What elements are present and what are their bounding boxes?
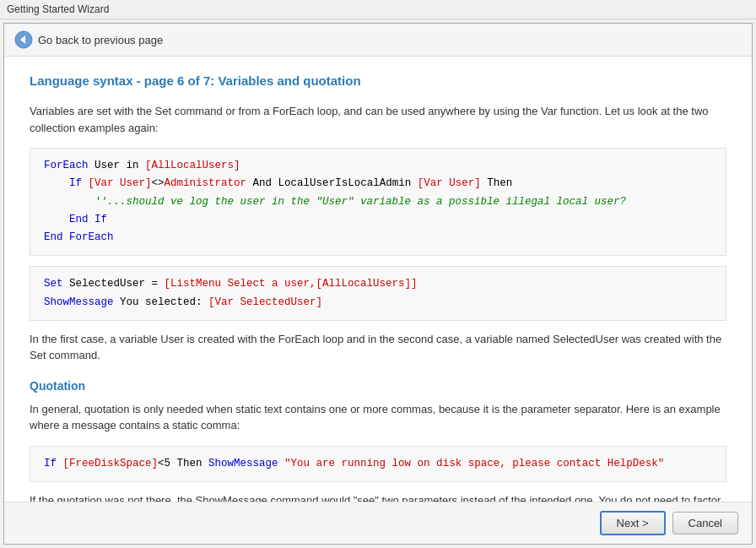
code-keyword-foreach: ForEach — [44, 160, 89, 171]
back-icon — [14, 30, 33, 49]
page-title: Language syntax - page 6 of 7: Variables… — [30, 73, 726, 88]
code-collection-1: [AllLocalUsers] — [145, 160, 240, 171]
code-set-text: SelectedUser = — [63, 278, 165, 290]
code-text-3: <> — [152, 177, 165, 189]
code-endif: End If — [44, 214, 107, 225]
quotation-para-1: In general, quotation is only needed whe… — [30, 401, 726, 434]
middle-paragraph: In the first case, a variable User is cr… — [30, 331, 726, 364]
next-button[interactable]: Next > — [600, 511, 666, 535]
code-var-user2: [Var User] — [418, 177, 481, 189]
intro-paragraph: Variables are set with the Set command o… — [30, 103, 726, 136]
code-var-user: [Var User] — [89, 177, 152, 189]
code-block-3: If [FreeDiskSpace]<5 Then ShowMessage "Y… — [30, 446, 726, 482]
next-label: Next > — [617, 517, 649, 529]
cancel-button[interactable]: Cancel — [672, 512, 738, 534]
cancel-label: Cancel — [688, 517, 722, 529]
quotation-title: Quotation — [30, 379, 726, 393]
content-area: Language syntax - page 6 of 7: Variables… — [4, 57, 752, 502]
code-text-2 — [82, 177, 89, 189]
code-freedisk-var: [FreeDiskSpace] — [63, 458, 159, 469]
code-block-2: Set SelectedUser = [ListMenu Select a us… — [30, 266, 726, 321]
footer-bar: Next > Cancel — [4, 502, 752, 544]
code-if-keyword: If — [44, 458, 57, 469]
back-bar: Go back to previous page — [4, 24, 752, 57]
code-collection-admin: Administrator — [165, 177, 247, 189]
back-button-label: Go back to previous page — [38, 34, 163, 46]
title-bar-label: Getting Started Wizard — [7, 3, 109, 15]
code-comment-1: ''...should ve log the user in the "User… — [44, 196, 626, 208]
wizard-container: Go back to previous page Language syntax… — [3, 23, 753, 545]
code-keyword-if: If — [69, 177, 82, 189]
code-showmsg2: ShowMessage — [208, 458, 278, 469]
code-var-selected: [Var SelectedUser] — [208, 296, 322, 308]
code-freedisk — [57, 458, 63, 469]
code-text-1: User in — [89, 160, 146, 171]
code-string-msg: "You are running low on disk space, plea… — [278, 458, 665, 469]
quotation-para-2: If the quotation was not there, the Show… — [30, 492, 726, 502]
code-indent-1 — [44, 177, 69, 189]
code-text-4: And LocalUserIsLocalAdmin — [246, 177, 418, 189]
code-lt5: <5 Then — [158, 458, 208, 469]
code-endforeach: End ForEach — [44, 231, 114, 243]
title-bar: Getting Started Wizard — [0, 0, 756, 19]
back-button[interactable]: Go back to previous page — [14, 30, 163, 49]
code-showmessage-text: You selected: — [114, 296, 209, 308]
code-listmenu: [ListMenu Select a user,[AllLocalUsers]] — [165, 278, 418, 290]
code-text-5: Then — [481, 177, 513, 189]
code-showmessage: ShowMessage — [44, 296, 114, 308]
code-set-keyword: Set — [44, 278, 63, 290]
code-block-1: ForEach User in [AllLocalUsers] If [Var … — [30, 148, 726, 256]
